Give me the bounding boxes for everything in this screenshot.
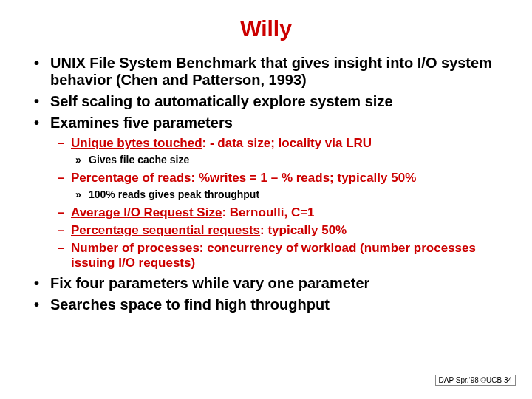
param-label: Percentage of reads <box>71 171 191 185</box>
param-item: Average I/O Request Size: Bernoulli, C=1 <box>71 205 510 220</box>
param-sub-item: 100% reads gives peak throughput <box>89 188 510 201</box>
param-sublist: 100% reads gives peak throughput <box>71 188 510 201</box>
param-rest: : typically 50% <box>260 223 347 237</box>
param-rest: : Bernoulli, C=1 <box>222 205 314 219</box>
bullet-item: UNIX File System Benchmark that gives in… <box>50 55 532 89</box>
param-label: Average I/O Request Size <box>71 205 222 219</box>
bullet-item: Self scaling to automatically explore sy… <box>50 93 532 110</box>
param-item: Unique bytes touched: - data size; local… <box>71 136 510 166</box>
param-item: Number of processes: concurrency of work… <box>71 241 510 270</box>
param-item: Percentage of reads: %writes = 1 – % rea… <box>71 171 510 201</box>
param-label: Percentage sequential requests <box>71 223 260 237</box>
param-list: Unique bytes touched: - data size; local… <box>50 136 510 270</box>
slide-footer: DAP Spr.‘98 ©UCB 34 <box>435 375 516 386</box>
bullet-item: Searches space to find high throughput <box>50 296 532 313</box>
param-sublist: Gives file cache size <box>71 154 510 166</box>
main-list: UNIX File System Benchmark that gives in… <box>0 55 532 313</box>
bullet-text: Examines five parameters <box>50 115 233 131</box>
param-sub-item: Gives file cache size <box>89 154 510 166</box>
bullet-item: Fix four parameters while vary one param… <box>50 275 532 292</box>
param-label: Number of processes <box>71 241 200 255</box>
bullet-item: Examines five parameters Unique bytes to… <box>50 115 532 270</box>
param-label: Unique bytes touched <box>71 136 202 150</box>
param-rest: : - data size; locality via LRU <box>202 136 372 150</box>
param-rest: : %writes = 1 – % reads; typically 50% <box>191 171 417 185</box>
param-item: Percentage sequential requests: typicall… <box>71 223 510 238</box>
slide-title: Willy <box>0 16 532 41</box>
